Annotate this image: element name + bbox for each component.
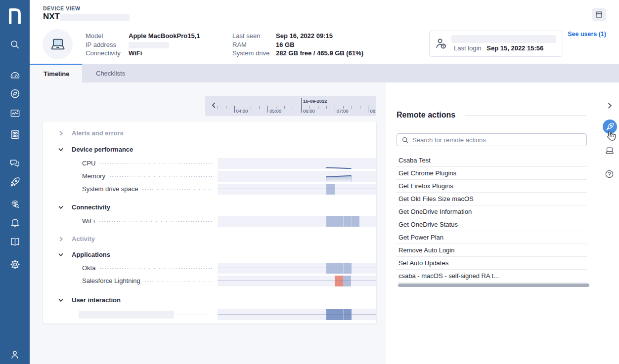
- remote-action-item[interactable]: Get OneDrive Information: [397, 205, 587, 218]
- axis-tick: [360, 106, 360, 109]
- last-seen-value: Sep 16, 2022 09:15: [276, 32, 363, 40]
- remote-action-item[interactable]: Get Chrome Plugins: [397, 167, 587, 180]
- ram-value: 16 GB: [276, 40, 363, 49]
- timeline-track: [218, 216, 376, 227]
- collapse-panel-button[interactable]: [599, 98, 619, 113]
- chevron-down-icon[interactable]: [57, 146, 64, 153]
- gear-icon: [9, 259, 21, 270]
- timeline-group-label[interactable]: Applications: [72, 251, 110, 258]
- sidebar-item-explore[interactable]: [0, 83, 30, 103]
- remote-action-item[interactable]: Get Power Plan: [397, 231, 587, 244]
- layout-toggle-button[interactable]: [592, 8, 606, 21]
- timeline-activity-block[interactable]: [326, 184, 335, 195]
- rail-help-button[interactable]: [599, 166, 619, 181]
- metric-label[interactable]: Memory: [82, 172, 105, 180]
- device-name-redaction: [60, 14, 130, 21]
- sidebar-item-library[interactable]: [0, 232, 30, 251]
- time-axis[interactable]: 04:0005:0006:0016-09-202207:0008:00: [205, 96, 376, 116]
- timeline-card: Alerts and errorsDevice performanceCPUMe…: [43, 121, 376, 324]
- dotted-leader: [99, 221, 213, 222]
- remote-action-item[interactable]: Csaba Test: [397, 154, 587, 167]
- sidebar-item-profile[interactable]: [0, 345, 30, 364]
- timeline-group-row: Connectivity: [43, 202, 376, 213]
- timeline-group-label[interactable]: Activity: [72, 235, 95, 243]
- axis-scroll-left-button[interactable]: [210, 100, 217, 112]
- chevron-down-icon[interactable]: [57, 251, 64, 258]
- remote-actions-title: Remote actions: [397, 111, 455, 120]
- sidebar-item-dashboards[interactable]: [0, 66, 30, 85]
- sidebar-item-alerts[interactable]: [0, 212, 30, 232]
- metric-label[interactable]: Salesforce Lightning: [82, 277, 140, 284]
- timeline-track: [218, 309, 376, 320]
- last-login-label: Last login: [454, 44, 482, 52]
- last-login-value: Sep 15, 2022 15:56: [486, 44, 543, 52]
- remote-action-item[interactable]: Get Old Files Size macOS: [397, 193, 587, 205]
- axis-tick: [335, 106, 335, 113]
- chevron-down-icon[interactable]: [57, 204, 64, 211]
- model-value: Apple MacBookPro15,1: [129, 32, 200, 40]
- axis-tick: [226, 106, 226, 109]
- axis-tick: [251, 106, 251, 109]
- user-summary-card[interactable]: Last login Sep 15, 2022 15:56: [429, 31, 563, 57]
- axis-tick: [243, 106, 243, 109]
- tab-checklists[interactable]: Checklists: [82, 64, 144, 82]
- connectivity-value: WiFi: [129, 49, 200, 58]
- sidebar-item-investigations[interactable]: [0, 194, 30, 214]
- axis-tick: [343, 106, 344, 109]
- metric-minichart[interactable]: [218, 171, 376, 182]
- chevron-right-icon[interactable]: [57, 130, 64, 137]
- nexthink-logo[interactable]: [0, 5, 30, 27]
- remote-action-item[interactable]: csaba - macOS - self-signed RA t...: [397, 270, 587, 283]
- timeline-group-row: Device performance: [43, 144, 376, 155]
- timeline-activity-block[interactable]: [335, 276, 343, 286]
- timeline-metric-row: Salesforce Lightning: [43, 276, 376, 286]
- metric-label[interactable]: CPU: [82, 160, 95, 167]
- timeline-activity-block[interactable]: [326, 263, 352, 274]
- sidebar: [0, 0, 30, 364]
- timeline-group-label[interactable]: Device performance: [72, 146, 133, 153]
- sidebar-item-monitoring[interactable]: [0, 103, 30, 123]
- see-users-link[interactable]: See users (1): [568, 31, 606, 38]
- remote-action-item[interactable]: Set Auto Updates: [397, 257, 587, 270]
- right-rail: [599, 82, 619, 364]
- device-avatar: [43, 29, 73, 59]
- timeline-metric-row: Memory: [43, 171, 376, 182]
- gauge-icon: [9, 70, 21, 81]
- timeline-group-label[interactable]: Alerts and errors: [72, 129, 124, 137]
- timeline-activity-block[interactable]: [343, 276, 352, 286]
- rail-device-button[interactable]: [599, 143, 619, 158]
- remote-action-item[interactable]: Get OneDrive Status: [397, 218, 587, 231]
- metric-label[interactable]: WiFi: [82, 217, 95, 225]
- metric-label[interactable]: Okta: [82, 264, 95, 272]
- timeline-activity-block[interactable]: [326, 216, 360, 227]
- search-icon: [9, 39, 20, 50]
- metric-label[interactable]: System drive space: [82, 185, 138, 193]
- timeline-metric-row: CPU: [43, 158, 376, 169]
- remote-actions-search-input[interactable]: [412, 136, 580, 144]
- timeline-track: [218, 263, 376, 274]
- remote-actions-search[interactable]: [397, 133, 587, 146]
- sidebar-item-search[interactable]: [0, 35, 30, 54]
- horizontal-scrollbar[interactable]: [398, 283, 589, 287]
- remote-actions-panel: Remote actions Csaba TestGet Chrome Plug…: [386, 82, 599, 364]
- chevron-down-icon[interactable]: [57, 297, 64, 304]
- metric-minichart[interactable]: [218, 158, 376, 169]
- remote-action-item[interactable]: Remove Auto Login: [397, 244, 587, 257]
- timeline-activity-block[interactable]: [326, 309, 352, 320]
- sidebar-item-remote-actions[interactable]: [0, 172, 30, 192]
- timeline-group-row: Alerts and errors: [43, 128, 376, 139]
- system-drive-value: 282 GB free / 465.9 GB (61%): [276, 49, 363, 58]
- remote-action-item[interactable]: Get Firefox Plugins: [397, 180, 587, 193]
- metric-label-redaction: [79, 311, 174, 319]
- timeline-group-label[interactable]: User interaction: [72, 296, 121, 304]
- axis-tick: [293, 106, 293, 109]
- tab-timeline[interactable]: Timeline: [30, 64, 82, 82]
- sidebar-item-applications[interactable]: [0, 124, 30, 144]
- sidebar-item-engage[interactable]: [0, 153, 30, 173]
- timeline-group-label[interactable]: Connectivity: [72, 203, 110, 211]
- chevron-right-icon[interactable]: [57, 236, 64, 243]
- n-logo-icon: [9, 8, 21, 24]
- sidebar-item-settings[interactable]: [0, 254, 30, 274]
- track-midline: [218, 221, 376, 221]
- axis-hour-label: 07:00: [337, 108, 349, 114]
